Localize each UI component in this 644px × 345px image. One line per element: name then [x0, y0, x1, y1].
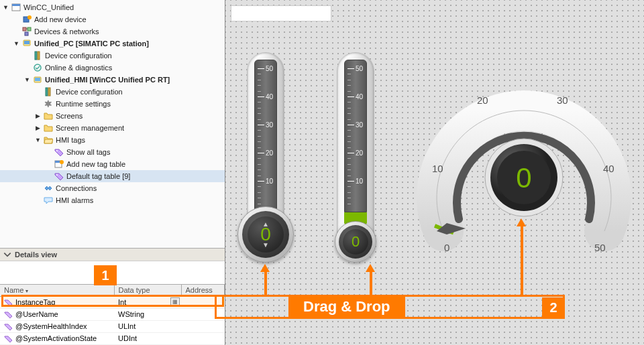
expand-icon[interactable]: ▶: [34, 112, 42, 121]
expand-icon[interactable]: ▶: [34, 124, 42, 133]
diagnostics-icon: [32, 63, 43, 72]
column-header-type[interactable]: Data type: [114, 284, 181, 296]
canvas-white-box[interactable]: [231, 5, 331, 21]
tree-label: Screens: [56, 112, 83, 120]
table-row[interactable]: @SystemHealthIndex ULInt: [0, 320, 225, 332]
svg-rect-4: [23, 27, 26, 31]
cell-name: @SystemHealthIndex: [15, 322, 87, 330]
tree-node-connections[interactable]: Connections: [0, 182, 225, 194]
tree-node-device-config[interactable]: Device configuration: [0, 50, 225, 62]
tree-node-add-device[interactable]: Add new device: [0, 13, 225, 25]
tag-icon: [4, 335, 13, 343]
tag-icon: [4, 311, 13, 319]
tree-label: Unified_HMI [WinCC Unified PC RT]: [45, 76, 170, 84]
arrow-down-icon[interactable]: ▼: [262, 241, 269, 249]
bar-gauge-2[interactable]: 5040302010 0: [337, 52, 374, 253]
arrow-up-icon[interactable]: ▲: [262, 220, 269, 228]
tree-node-screens[interactable]: ▶ Screens: [0, 110, 225, 122]
tree-label: Unified_PC [SIMATIC PC station]: [34, 40, 149, 48]
arrow-up-icon: [366, 264, 375, 272]
cell-name: @UserName: [15, 310, 58, 318]
project-tree[interactable]: ▼ WinCC_Unified Add new device Devices &…: [0, 0, 225, 248]
svg-point-21: [56, 174, 58, 176]
expand-icon[interactable]: ▼: [34, 136, 42, 145]
tree-label: Show all tags: [66, 148, 110, 156]
table-row[interactable]: InstanceTag Int ▦: [0, 296, 225, 308]
cell-type: ULInt: [114, 320, 181, 332]
folder-icon: [43, 123, 54, 133]
svg-rect-16: [48, 88, 50, 96]
tree-label: Screen management: [56, 124, 124, 132]
cell-type: WString: [114, 308, 181, 320]
screen-editor-canvas[interactable]: 5040302010 ▲ ▼ 0: [225, 0, 644, 345]
radial-tick: 30: [557, 94, 568, 106]
svg-point-17: [56, 150, 58, 151]
radial-value: 0: [516, 162, 531, 194]
callout-badge-2: 2: [542, 297, 565, 318]
radial-tick: 40: [603, 163, 614, 174]
bar-ticks: 5040302010: [255, 60, 276, 212]
cell-type: UDInt: [114, 332, 181, 344]
bar-gauge-knob[interactable]: 0: [335, 221, 376, 263]
svg-rect-11: [38, 52, 40, 60]
gauge-value: 0: [352, 233, 360, 251]
tree-label: Online & diagnostics: [45, 64, 112, 72]
tree-node-project[interactable]: ▼ WinCC_Unified: [0, 1, 225, 13]
radial-tick: 0: [444, 242, 449, 253]
callout-arrow: [264, 271, 267, 296]
tags-icon: [54, 147, 64, 157]
tree-label: Device configuration: [45, 52, 112, 60]
bar-gauge-1[interactable]: 5040302010 ▲ ▼ 0: [247, 52, 284, 253]
details-title: Details view: [15, 251, 57, 259]
add-icon: [21, 15, 32, 24]
table-row[interactable]: @UserName WString: [0, 308, 225, 320]
tree-node-online-diag[interactable]: Online & diagnostics: [0, 62, 225, 74]
tree-node-hmi-tags[interactable]: ▼ HMI tags: [0, 134, 225, 146]
callout-badge-1: 1: [94, 265, 117, 285]
expand-icon[interactable]: ▼: [12, 40, 21, 48]
type-dropdown-button[interactable]: ▦: [170, 297, 180, 307]
svg-point-3: [28, 15, 32, 19]
svg-rect-5: [28, 27, 31, 31]
svg-rect-9: [24, 41, 30, 44]
table-row[interactable]: @SystemActivationState UDInt: [0, 332, 225, 344]
arrow-up-icon: [517, 218, 526, 226]
callout-arrow: [370, 271, 372, 296]
chevron-down-icon[interactable]: [3, 250, 12, 259]
tree-node-hmi-alarms[interactable]: HMI alarms: [0, 194, 225, 206]
folder-icon: [43, 111, 54, 121]
tree-node-pc-station[interactable]: ▼ Unified_PC [SIMATIC PC station]: [0, 38, 225, 50]
bar-gauge-knob[interactable]: ▲ ▼ 0: [237, 206, 294, 263]
tag-icon: [4, 299, 13, 307]
expand-icon[interactable]: ▼: [23, 76, 32, 84]
column-header-name[interactable]: Name ▾: [0, 284, 114, 296]
tree-node-add-tag-table[interactable]: Add new tag table: [0, 158, 225, 170]
tree-label: Add new tag table: [66, 160, 125, 168]
tree-node-show-all-tags[interactable]: Show all tags: [0, 146, 225, 158]
tree-label: HMI tags: [56, 136, 85, 144]
svg-rect-10: [35, 52, 37, 60]
details-view-header[interactable]: Details view: [0, 248, 225, 261]
tree-node-screen-mgmt[interactable]: ▶ Screen management: [0, 122, 225, 134]
network-icon: [21, 27, 32, 36]
bar-ticks: 5040302010: [345, 60, 366, 212]
device-config-icon: [43, 87, 54, 96]
folder-open-icon: [43, 135, 54, 145]
cell-name: InstanceTag: [15, 298, 55, 306]
tree-label: Runtime settings: [56, 100, 111, 108]
alarms-icon: [43, 196, 54, 205]
svg-point-20: [60, 160, 64, 164]
tree-label: Connections: [56, 184, 97, 192]
tree-label: Default tag table [9]: [66, 172, 130, 180]
radial-tick: 20: [477, 94, 488, 106]
expand-icon[interactable]: ▼: [1, 3, 10, 12]
tree-node-runtime-settings[interactable]: Runtime settings: [0, 98, 225, 110]
device-config-icon: [32, 51, 43, 60]
tree-node-hmi-rt[interactable]: ▼ Unified_HMI [WinCC Unified PC RT]: [0, 74, 225, 86]
radial-gauge[interactable]: 0 10 20 30 40 50 0: [413, 64, 635, 279]
tree-node-default-tag-table[interactable]: Default tag table [9]: [0, 170, 225, 182]
project-icon: [11, 3, 21, 12]
tree-node-devices-networks[interactable]: Devices & networks: [0, 25, 225, 38]
tree-node-device-config2[interactable]: Device configuration: [0, 86, 225, 98]
radial-tick: 10: [432, 163, 443, 174]
